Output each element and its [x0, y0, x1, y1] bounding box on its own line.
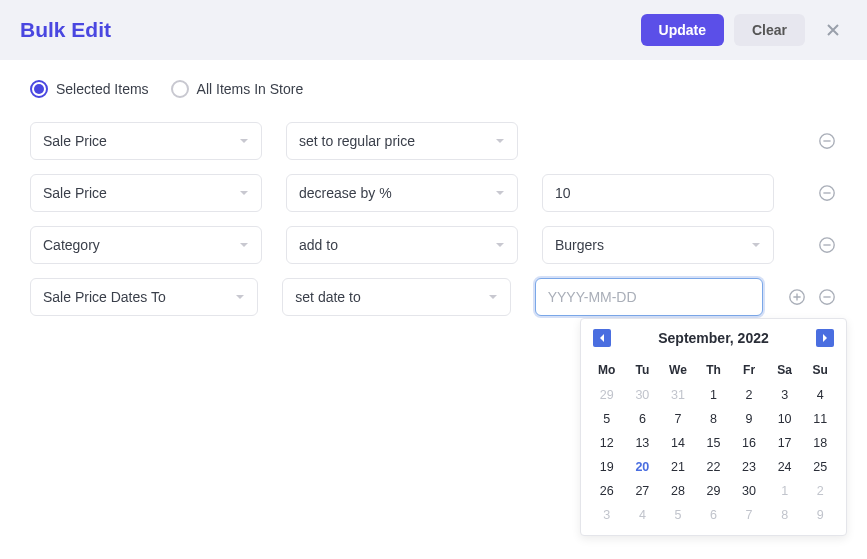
- weekday-header: Fr: [731, 357, 767, 383]
- rules-list: Sale Price set to regular price Sale P: [30, 122, 837, 316]
- date-cell[interactable]: 29: [589, 383, 625, 407]
- date-cell[interactable]: 28: [660, 479, 696, 503]
- action-select[interactable]: add to: [286, 226, 518, 264]
- weekday-header: We: [660, 357, 696, 383]
- action-select[interactable]: set date to: [282, 278, 510, 316]
- update-button[interactable]: Update: [641, 14, 724, 46]
- select-label: Burgers: [555, 237, 604, 253]
- date-cell[interactable]: 10: [767, 407, 803, 431]
- date-cell[interactable]: 1: [767, 479, 803, 503]
- date-cell[interactable]: 6: [696, 503, 732, 527]
- date-cell[interactable]: 2: [802, 479, 838, 503]
- scope-radio-selected-items[interactable]: Selected Items: [30, 80, 149, 98]
- select-label: set to regular price: [299, 133, 415, 149]
- date-cell[interactable]: 30: [731, 479, 767, 503]
- radio-indicator: [171, 80, 189, 98]
- bulk-edit-modal: Bulk Edit Update Clear Selected Items Al…: [0, 0, 867, 559]
- add-row-button[interactable]: [787, 287, 807, 307]
- date-picker-grid: MoTuWeThFrSaSu29303112345678910111213141…: [589, 357, 838, 527]
- select-label: decrease by %: [299, 185, 392, 201]
- value-input[interactable]: [542, 174, 774, 212]
- chevron-down-icon: [239, 240, 249, 250]
- scope-radio-all-items[interactable]: All Items In Store: [171, 80, 304, 98]
- modal-header: Bulk Edit Update Clear: [0, 0, 867, 60]
- weekday-header: Sa: [767, 357, 803, 383]
- weekday-header: Tu: [625, 357, 661, 383]
- date-cell[interactable]: 21: [660, 455, 696, 479]
- prev-month-button[interactable]: [593, 329, 611, 347]
- date-cell[interactable]: 8: [767, 503, 803, 527]
- remove-row-button[interactable]: [817, 287, 837, 307]
- rule-row: Sale Price decrease by %: [30, 174, 837, 212]
- date-cell[interactable]: 31: [660, 383, 696, 407]
- clear-button[interactable]: Clear: [734, 14, 805, 46]
- select-label: Category: [43, 237, 100, 253]
- date-cell[interactable]: 5: [660, 503, 696, 527]
- field-select[interactable]: Category: [30, 226, 262, 264]
- action-select[interactable]: set to regular price: [286, 122, 518, 160]
- date-input[interactable]: [535, 278, 763, 316]
- date-cell[interactable]: 12: [589, 431, 625, 455]
- page-title: Bulk Edit: [20, 18, 111, 42]
- chevron-down-icon: [235, 292, 245, 302]
- date-cell[interactable]: 15: [696, 431, 732, 455]
- remove-row-button[interactable]: [817, 235, 837, 255]
- date-cell[interactable]: 14: [660, 431, 696, 455]
- modal-body: Selected Items All Items In Store Sale P…: [0, 60, 867, 336]
- rule-row: Sale Price set to regular price: [30, 122, 837, 160]
- chevron-down-icon: [495, 188, 505, 198]
- date-cell[interactable]: 26: [589, 479, 625, 503]
- date-cell[interactable]: 9: [802, 503, 838, 527]
- field-select[interactable]: Sale Price: [30, 122, 262, 160]
- field-select[interactable]: Sale Price Dates To: [30, 278, 258, 316]
- date-cell[interactable]: 7: [731, 503, 767, 527]
- radio-indicator: [30, 80, 48, 98]
- header-actions: Update Clear: [641, 14, 847, 46]
- date-cell[interactable]: 29: [696, 479, 732, 503]
- date-picker: September, 2022 MoTuWeThFrSaSu2930311234…: [580, 318, 847, 536]
- date-cell[interactable]: 8: [696, 407, 732, 431]
- chevron-down-icon: [495, 240, 505, 250]
- row-actions: [817, 131, 837, 151]
- action-select[interactable]: decrease by %: [286, 174, 518, 212]
- date-cell[interactable]: 7: [660, 407, 696, 431]
- date-cell[interactable]: 30: [625, 383, 661, 407]
- date-cell[interactable]: 4: [625, 503, 661, 527]
- date-cell[interactable]: 16: [731, 431, 767, 455]
- date-picker-title: September, 2022: [658, 330, 769, 346]
- date-cell[interactable]: 6: [625, 407, 661, 431]
- remove-row-button[interactable]: [817, 131, 837, 151]
- date-cell[interactable]: 11: [802, 407, 838, 431]
- radio-label: Selected Items: [56, 81, 149, 97]
- date-cell[interactable]: 3: [767, 383, 803, 407]
- value-select[interactable]: Burgers: [542, 226, 774, 264]
- date-cell[interactable]: 4: [802, 383, 838, 407]
- remove-row-button[interactable]: [817, 183, 837, 203]
- select-label: Sale Price: [43, 185, 107, 201]
- date-cell[interactable]: 5: [589, 407, 625, 431]
- weekday-header: Mo: [589, 357, 625, 383]
- date-cell[interactable]: 22: [696, 455, 732, 479]
- date-cell[interactable]: 2: [731, 383, 767, 407]
- date-cell[interactable]: 18: [802, 431, 838, 455]
- select-label: add to: [299, 237, 338, 253]
- date-cell[interactable]: 3: [589, 503, 625, 527]
- date-cell[interactable]: 27: [625, 479, 661, 503]
- date-cell[interactable]: 25: [802, 455, 838, 479]
- date-cell[interactable]: 13: [625, 431, 661, 455]
- rule-row: Category add to Burgers: [30, 226, 837, 264]
- field-select[interactable]: Sale Price: [30, 174, 262, 212]
- date-cell[interactable]: 17: [767, 431, 803, 455]
- next-month-button[interactable]: [816, 329, 834, 347]
- date-cell[interactable]: 20: [625, 455, 661, 479]
- date-cell[interactable]: 23: [731, 455, 767, 479]
- date-cell[interactable]: 9: [731, 407, 767, 431]
- weekday-header: Th: [696, 357, 732, 383]
- close-icon[interactable]: [819, 16, 847, 44]
- chevron-down-icon: [495, 136, 505, 146]
- radio-label: All Items In Store: [197, 81, 304, 97]
- chevron-down-icon: [751, 240, 761, 250]
- date-cell[interactable]: 19: [589, 455, 625, 479]
- date-cell[interactable]: 24: [767, 455, 803, 479]
- date-cell[interactable]: 1: [696, 383, 732, 407]
